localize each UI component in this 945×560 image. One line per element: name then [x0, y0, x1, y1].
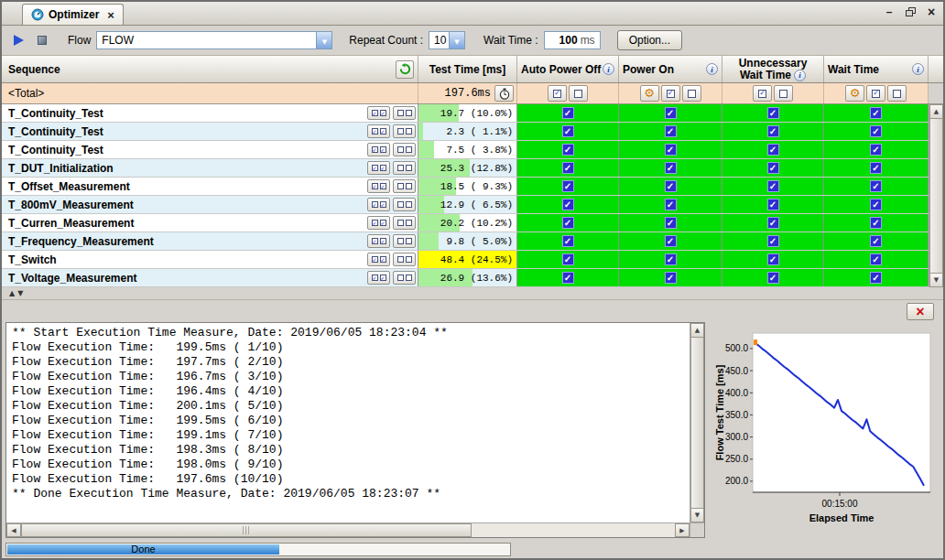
optimize-cell[interactable] — [517, 141, 619, 158]
checkbox-checked-icon[interactable] — [665, 272, 677, 284]
checkbox-checked-icon[interactable] — [767, 253, 779, 265]
optimize-cell[interactable] — [824, 123, 929, 140]
row-check-all-button[interactable] — [367, 216, 390, 230]
checkbox-checked-icon[interactable] — [870, 162, 882, 174]
checkbox-checked-icon[interactable] — [665, 180, 677, 192]
checkbox-checked-icon[interactable] — [665, 217, 677, 229]
optimize-cell[interactable] — [517, 214, 619, 232]
uncheck-all-button[interactable] — [774, 85, 793, 102]
optimize-cell[interactable] — [722, 232, 824, 250]
checkbox-checked-icon[interactable] — [562, 180, 574, 192]
row-uncheck-all-button[interactable] — [393, 106, 416, 120]
run-button[interactable] — [9, 31, 27, 49]
checkbox-checked-icon[interactable] — [562, 162, 574, 174]
optimize-cell[interactable] — [517, 104, 619, 122]
checkbox-checked-icon[interactable] — [870, 253, 882, 265]
checkbox-checked-icon[interactable] — [870, 272, 882, 284]
optimize-cell[interactable] — [619, 251, 722, 268]
window-close-button[interactable] — [925, 5, 938, 18]
row-check-all-button[interactable] — [367, 271, 390, 285]
checkbox-checked-icon[interactable] — [870, 107, 882, 119]
scroll-down-icon[interactable] — [690, 508, 704, 522]
optimize-cell[interactable] — [722, 178, 824, 195]
column-header-test-time[interactable]: Test Time [ms] — [418, 56, 517, 82]
collapse-up-icon[interactable]: ▲ — [9, 290, 15, 297]
wait-time-input[interactable]: 100 ms — [544, 31, 601, 49]
optimize-cell[interactable] — [517, 123, 619, 140]
column-header-power-on[interactable]: Power On — [619, 56, 722, 82]
measure-time-button[interactable] — [494, 85, 514, 102]
info-icon[interactable] — [912, 63, 924, 75]
stop-button[interactable] — [33, 31, 51, 49]
optimize-cell[interactable] — [824, 159, 929, 177]
checkbox-checked-icon[interactable] — [767, 272, 779, 284]
checkbox-checked-icon[interactable] — [870, 199, 882, 210]
optimize-cell[interactable] — [824, 269, 929, 286]
checkbox-checked-icon[interactable] — [665, 253, 677, 265]
checkbox-checked-icon[interactable] — [562, 144, 574, 156]
checkbox-checked-icon[interactable] — [870, 235, 882, 247]
optimize-cell[interactable] — [619, 141, 722, 158]
checkbox-checked-icon[interactable] — [562, 217, 574, 229]
row-check-all-button[interactable] — [367, 124, 390, 138]
checkbox-checked-icon[interactable] — [665, 235, 677, 247]
checkbox-checked-icon[interactable] — [767, 235, 779, 247]
scroll-up-icon[interactable] — [690, 323, 704, 338]
uncheck-all-button[interactable] — [682, 85, 701, 102]
row-uncheck-all-button[interactable] — [393, 198, 416, 211]
scroll-left-icon[interactable] — [6, 523, 21, 537]
checkbox-checked-icon[interactable] — [870, 217, 882, 229]
row-check-all-button[interactable] — [367, 143, 390, 156]
row-check-all-button[interactable] — [367, 198, 390, 211]
optimize-cell[interactable] — [824, 196, 929, 213]
optimize-cell[interactable] — [517, 251, 619, 268]
row-uncheck-all-button[interactable] — [393, 234, 416, 248]
checkbox-checked-icon[interactable] — [562, 272, 574, 284]
checkbox-checked-icon[interactable] — [767, 199, 779, 210]
optimize-cell[interactable] — [722, 123, 824, 140]
optimize-cell[interactable] — [722, 214, 824, 232]
table-vertical-scrollbar[interactable] — [929, 104, 943, 287]
checkbox-checked-icon[interactable] — [767, 180, 779, 192]
optimize-cell[interactable] — [824, 214, 929, 232]
row-check-all-button[interactable] — [367, 234, 390, 248]
row-uncheck-all-button[interactable] — [393, 179, 416, 193]
optimize-cell[interactable] — [824, 251, 929, 268]
checkbox-checked-icon[interactable] — [562, 235, 574, 247]
optimize-cell[interactable] — [517, 159, 619, 177]
optimize-cell[interactable] — [517, 232, 619, 250]
column-header-unnecessary-wait-time[interactable]: Unnecessary Wait Time — [722, 56, 824, 82]
optimize-cell[interactable] — [619, 123, 722, 140]
repeat-count-dropdown[interactable]: 10 — [429, 31, 465, 49]
minimize-button[interactable] — [883, 5, 896, 18]
checkbox-checked-icon[interactable] — [665, 125, 677, 137]
optimize-cell[interactable] — [824, 104, 929, 122]
optimize-cell[interactable] — [722, 251, 824, 268]
checkbox-checked-icon[interactable] — [767, 162, 779, 174]
checkbox-checked-icon[interactable] — [870, 125, 882, 137]
row-check-all-button[interactable] — [367, 253, 390, 266]
optimize-cell[interactable] — [619, 196, 722, 213]
optimize-cell[interactable] — [824, 232, 929, 250]
uncheck-all-button[interactable] — [887, 85, 907, 102]
optimize-cell[interactable] — [722, 141, 824, 158]
flow-dropdown[interactable]: FLOW — [96, 31, 332, 49]
checkbox-checked-icon[interactable] — [870, 144, 882, 156]
row-check-all-button[interactable] — [367, 161, 390, 175]
tab-optimizer[interactable]: Optimizer — [22, 4, 124, 25]
optimize-cell[interactable] — [517, 196, 619, 213]
checkbox-checked-icon[interactable] — [870, 180, 882, 192]
optimize-cell[interactable] — [619, 269, 722, 286]
scrollbar-track[interactable] — [472, 523, 675, 537]
checkbox-checked-icon[interactable] — [665, 162, 677, 174]
wait-time-settings-button[interactable] — [845, 85, 864, 102]
uncheck-all-button[interactable] — [569, 85, 588, 102]
optimize-cell[interactable] — [619, 104, 722, 122]
option-button[interactable]: Option... — [617, 30, 682, 50]
info-icon[interactable] — [603, 63, 614, 75]
collapse-down-icon[interactable]: ▼ — [17, 290, 23, 297]
check-all-button[interactable] — [661, 85, 680, 102]
checkbox-checked-icon[interactable] — [562, 107, 574, 119]
row-uncheck-all-button[interactable] — [393, 161, 416, 175]
column-header-auto-power-off[interactable]: Auto Power Off — [517, 56, 619, 82]
